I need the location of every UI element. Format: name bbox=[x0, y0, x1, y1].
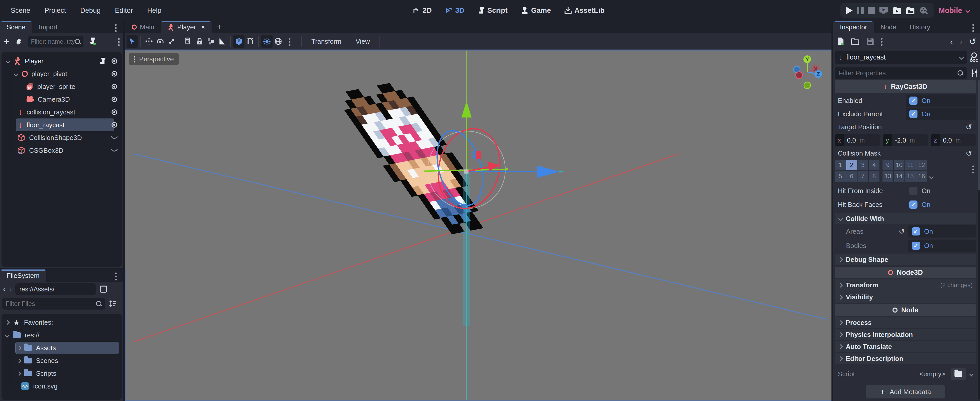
tree-node-collisionshape3d[interactable]: CollisionShape3D bbox=[2, 131, 122, 144]
collide-with-group[interactable]: Collide With bbox=[835, 213, 976, 224]
visibility-on-icon[interactable] bbox=[110, 84, 119, 89]
select-tool[interactable] bbox=[127, 35, 138, 48]
workspace-assetlib[interactable]: AssetLib bbox=[558, 6, 611, 14]
scale-tool[interactable] bbox=[166, 35, 177, 48]
visibility-on-icon[interactable] bbox=[110, 97, 119, 102]
physics-interpolation-group[interactable]: Physics Interpolation bbox=[835, 329, 976, 340]
auto-translate-group[interactable]: Auto Translate bbox=[835, 341, 976, 352]
target-position-z-field[interactable]: z 0.0 m bbox=[931, 134, 976, 146]
collapse-icon[interactable] bbox=[5, 333, 10, 337]
fs-res-root[interactable]: res:// bbox=[2, 329, 122, 342]
areas-checkbox[interactable]: ✓ bbox=[912, 227, 920, 235]
lock-button[interactable] bbox=[194, 35, 205, 48]
mask-bit[interactable]: 3 bbox=[857, 160, 869, 171]
expand-icon[interactable] bbox=[5, 320, 10, 324]
split-view-icon[interactable] bbox=[100, 285, 107, 293]
stop-button[interactable] bbox=[868, 7, 875, 14]
viewport-3d[interactable]: X Z Y Perspective bbox=[125, 51, 832, 401]
bodies-checkbox[interactable]: ✓ bbox=[912, 241, 920, 250]
tree-node-floor-raycast[interactable]: ↓ floor_raycast bbox=[2, 118, 122, 131]
mask-bit[interactable]: 10 bbox=[894, 160, 905, 171]
dock-menu-icon[interactable] bbox=[115, 24, 117, 26]
path-field[interactable]: res://Assets/ bbox=[15, 283, 96, 295]
add-metadata-button[interactable]: + Add Metadata bbox=[865, 385, 945, 398]
collapse-icon[interactable] bbox=[5, 59, 10, 63]
mask-bit[interactable]: 13 bbox=[882, 171, 894, 182]
play-scene-button[interactable] bbox=[892, 6, 902, 15]
preview-sun-toggle[interactable] bbox=[261, 35, 272, 48]
projection-selector[interactable]: Perspective bbox=[129, 53, 179, 65]
object-history-icon[interactable]: ↺ bbox=[969, 36, 977, 46]
group-button[interactable] bbox=[205, 35, 216, 48]
dock-menu-icon[interactable] bbox=[115, 273, 117, 274]
workspace-script[interactable]: Script bbox=[471, 6, 514, 14]
preview-environment-toggle[interactable] bbox=[272, 35, 284, 48]
mask-bit[interactable]: 16 bbox=[916, 171, 927, 182]
node3d-section-header[interactable]: Node3D bbox=[835, 267, 976, 278]
tree-node-csgbox3d[interactable]: CSGBox3D bbox=[2, 144, 122, 157]
tab-import[interactable]: Import bbox=[32, 21, 64, 33]
visibility-on-icon[interactable] bbox=[110, 122, 119, 128]
menu-editor[interactable]: Editor bbox=[108, 0, 140, 21]
tab-node[interactable]: Node bbox=[874, 21, 903, 33]
mask-bit[interactable]: 5 bbox=[835, 171, 846, 182]
resource-menu-icon[interactable] bbox=[881, 38, 883, 40]
visibility-off-icon[interactable] bbox=[110, 148, 119, 153]
target-position-x-field[interactable]: x 0.0 m bbox=[835, 134, 880, 146]
new-scene-tab-button[interactable]: + bbox=[217, 22, 222, 32]
enabled-checkbox[interactable]: ✓ bbox=[909, 97, 918, 105]
fs-scripts[interactable]: Scripts bbox=[2, 367, 122, 380]
list-select-tool[interactable] bbox=[183, 35, 194, 48]
expand-icon[interactable] bbox=[17, 371, 21, 376]
script-value[interactable]: <empty> bbox=[920, 370, 945, 378]
ruler-tool[interactable] bbox=[216, 35, 228, 48]
revert-icon[interactable]: ↺ bbox=[966, 149, 972, 158]
mask-bit[interactable]: 12 bbox=[916, 160, 927, 171]
tab-inspector[interactable]: Inspector bbox=[833, 21, 874, 33]
view-menu[interactable]: View bbox=[348, 33, 377, 50]
fs-icon-svg[interactable]: icon.svg bbox=[2, 380, 122, 393]
filter-properties-input[interactable]: Filter Properties bbox=[835, 67, 967, 79]
sun-env-menu-icon[interactable] bbox=[284, 35, 295, 48]
filter-files-input[interactable]: Filter Files bbox=[2, 298, 105, 310]
mask-menu-icon[interactable] bbox=[972, 166, 974, 167]
instance-scene-icon[interactable] bbox=[14, 38, 23, 46]
mask-bit[interactable]: 11 bbox=[905, 160, 916, 171]
tab-scene[interactable]: Scene bbox=[0, 21, 32, 33]
tab-history[interactable]: History bbox=[903, 21, 937, 33]
renderer-selector[interactable]: Mobile bbox=[939, 0, 969, 21]
menu-debug[interactable]: Debug bbox=[73, 0, 108, 21]
mask-expand-icon[interactable] bbox=[929, 174, 934, 179]
remote-play-icon[interactable] bbox=[879, 6, 888, 14]
editor-description-group[interactable]: Editor Description bbox=[835, 353, 976, 364]
scene-filter-input[interactable]: Filter: name, t:ty bbox=[28, 36, 83, 48]
visibility-group[interactable]: Visibility bbox=[835, 291, 976, 303]
mask-bit[interactable]: 9 bbox=[882, 160, 894, 171]
tree-node-player-sprite[interactable]: player_sprite bbox=[2, 80, 122, 93]
move-tool[interactable] bbox=[143, 35, 155, 48]
play-custom-scene-button[interactable] bbox=[906, 6, 915, 15]
close-tab-icon[interactable]: × bbox=[201, 23, 205, 31]
hit-back-faces-checkbox[interactable]: ✓ bbox=[909, 200, 918, 209]
tab-filesystem[interactable]: FileSystem bbox=[0, 270, 46, 282]
workspace-2d[interactable]: 2D bbox=[406, 6, 438, 14]
visibility-off-icon[interactable] bbox=[110, 135, 119, 141]
nav-forward-button[interactable]: › bbox=[9, 285, 12, 294]
scene-tab-main[interactable]: Main bbox=[125, 21, 161, 33]
transform-group[interactable]: Transform (2 changes) bbox=[835, 280, 976, 291]
transform-menu[interactable]: Transform bbox=[304, 33, 348, 50]
new-resource-button[interactable] bbox=[837, 37, 845, 46]
tree-node-player[interactable]: Player bbox=[2, 55, 122, 67]
revert-icon[interactable]: ↺ bbox=[899, 227, 905, 236]
inspector-scrollbar[interactable] bbox=[978, 80, 980, 399]
dock-menu-icon[interactable] bbox=[972, 24, 974, 26]
node-section-header[interactable]: Node bbox=[835, 304, 976, 316]
raycast3d-section-header[interactable]: ↓ RayCast3D bbox=[835, 80, 976, 93]
workspace-3d[interactable]: 3D bbox=[438, 6, 471, 14]
load-resource-button[interactable] bbox=[851, 38, 860, 45]
collapse-icon[interactable] bbox=[14, 72, 18, 76]
mask-bit[interactable]: 4 bbox=[869, 160, 880, 171]
process-group[interactable]: Process bbox=[835, 317, 976, 328]
attach-script-button[interactable] bbox=[89, 37, 97, 46]
exclude-parent-checkbox[interactable]: ✓ bbox=[909, 110, 918, 118]
